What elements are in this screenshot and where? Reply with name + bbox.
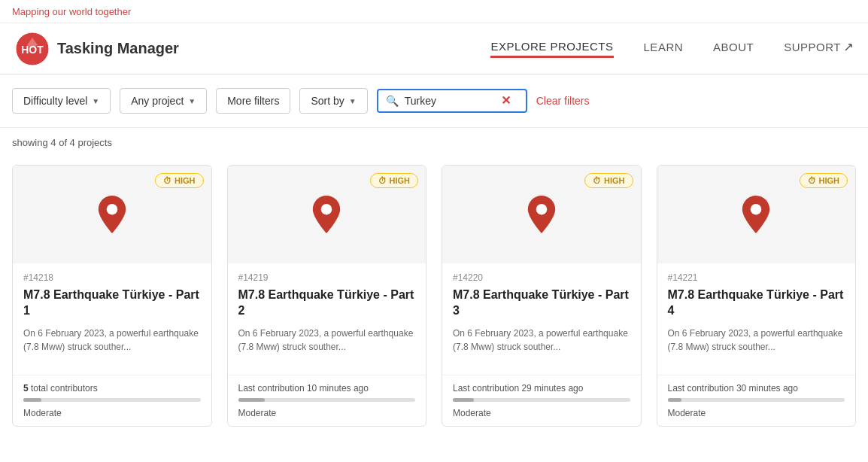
hot-logo: HOT	[15, 32, 50, 66]
navbar: HOT Tasking Manager EXPLORE PROJECTS LEA…	[0, 23, 868, 74]
priority-label: HIGH	[819, 176, 840, 185]
priority-badge: ⏱ HIGH	[370, 173, 419, 188]
banner-link[interactable]: Mapping our world together	[12, 6, 131, 17]
sort-by-label: Sort by	[311, 95, 344, 107]
progress-bar	[453, 398, 630, 402]
search-icon: 🔍	[386, 95, 399, 107]
card-footer: 5 total contributors Moderate	[13, 375, 211, 426]
card-footer: Last contribution 10 minutes ago Moderat…	[228, 375, 426, 426]
any-project-label: Any project	[131, 95, 184, 107]
card-image: ⏱ HIGH	[228, 166, 426, 263]
project-card[interactable]: ⏱ HIGH #14219 M7.8 Earthquake Türkiye - …	[227, 165, 427, 427]
nav-explore-projects[interactable]: EXPLORE PROJECTS	[490, 40, 613, 58]
project-title: M7.8 Earthquake Türkiye - Part 3	[453, 287, 630, 319]
progress-bar-fill	[453, 398, 474, 402]
search-input[interactable]	[405, 95, 495, 107]
priority-label: HIGH	[390, 176, 411, 185]
more-filters-button[interactable]: More filters	[216, 88, 290, 114]
card-body: #14218 M7.8 Earthquake Türkiye - Part 1 …	[13, 263, 211, 375]
last-contribution: Last contribution 29 minutes ago	[453, 383, 630, 394]
external-link-icon	[844, 43, 853, 52]
search-box: 🔍 ✕	[377, 89, 527, 113]
clock-icon: ⏱	[808, 176, 816, 185]
project-description: On 6 February 2023, a powerful earthquak…	[23, 327, 201, 354]
priority-label: HIGH	[175, 176, 196, 185]
nav-about[interactable]: ABOUT	[713, 41, 754, 56]
map-pin-icon	[311, 196, 341, 233]
brand: HOT Tasking Manager	[15, 32, 179, 66]
nav-learn[interactable]: LEARN	[644, 41, 684, 56]
clear-search-button[interactable]: ✕	[501, 95, 511, 107]
svg-point-6	[751, 204, 762, 215]
difficulty-label: Difficulty level	[23, 95, 87, 107]
nav-links: EXPLORE PROJECTS LEARN ABOUT SUPPORT	[490, 40, 853, 58]
project-card[interactable]: ⏱ HIGH #14220 M7.8 Earthquake Türkiye - …	[442, 165, 642, 427]
progress-bar-fill	[668, 398, 682, 402]
card-image: ⏱ HIGH	[657, 166, 856, 263]
project-description: On 6 February 2023, a powerful earthquak…	[668, 327, 845, 354]
progress-bar-fill	[23, 398, 41, 402]
card-image: ⏱ HIGH	[442, 166, 641, 263]
project-title: M7.8 Earthquake Türkiye - Part 4	[668, 287, 845, 319]
chevron-down-icon: ▼	[349, 97, 357, 105]
chevron-down-icon: ▼	[188, 97, 196, 105]
difficulty-label: Moderate	[453, 408, 630, 418]
any-project-filter[interactable]: Any project ▼	[120, 88, 207, 114]
project-description: On 6 February 2023, a powerful earthquak…	[453, 327, 630, 354]
card-body: #14219 M7.8 Earthquake Türkiye - Part 2 …	[228, 263, 426, 375]
project-card[interactable]: ⏱ HIGH #14218 M7.8 Earthquake Türkiye - …	[12, 165, 212, 427]
priority-badge: ⏱ HIGH	[800, 173, 848, 188]
last-contribution: Last contribution 30 minutes ago	[668, 383, 845, 394]
filters-bar: Difficulty level ▼ Any project ▼ More fi…	[0, 74, 868, 128]
map-pin-icon	[97, 196, 127, 233]
progress-bar-fill	[238, 398, 265, 402]
card-footer: Last contribution 30 minutes ago Moderat…	[657, 375, 856, 426]
map-pin-icon	[741, 196, 771, 233]
progress-bar	[238, 398, 416, 402]
top-banner: Mapping our world together	[0, 0, 868, 23]
priority-badge: ⏱ HIGH	[155, 173, 204, 188]
project-id: #14221	[668, 272, 845, 283]
svg-point-4	[321, 204, 332, 215]
projects-grid: ⏱ HIGH #14218 M7.8 Earthquake Türkiye - …	[0, 157, 868, 442]
priority-label: HIGH	[604, 176, 625, 185]
card-image: ⏱ HIGH	[13, 166, 211, 263]
svg-point-5	[536, 204, 547, 215]
map-pin-icon	[527, 196, 557, 233]
project-id: #14220	[453, 272, 630, 283]
svg-point-3	[106, 204, 117, 215]
brand-name: Tasking Manager	[57, 40, 179, 57]
clear-filters-button[interactable]: Clear filters	[536, 95, 590, 107]
priority-badge: ⏱ HIGH	[584, 173, 633, 188]
difficulty-label: Moderate	[668, 408, 845, 418]
results-info: showing 4 of 4 projects	[0, 128, 868, 157]
card-body: #14220 M7.8 Earthquake Türkiye - Part 3 …	[442, 263, 641, 375]
card-footer: Last contribution 29 minutes ago Moderat…	[442, 375, 641, 426]
clock-icon: ⏱	[378, 176, 387, 185]
progress-bar	[668, 398, 845, 402]
difficulty-label: Moderate	[23, 408, 201, 418]
project-title: M7.8 Earthquake Türkiye - Part 2	[238, 287, 416, 319]
project-id: #14218	[23, 272, 201, 283]
nav-support[interactable]: SUPPORT	[784, 41, 853, 56]
chevron-down-icon: ▼	[92, 97, 99, 105]
clock-icon: ⏱	[593, 176, 601, 185]
more-filters-label: More filters	[227, 95, 279, 107]
card-body: #14221 M7.8 Earthquake Türkiye - Part 4 …	[657, 263, 856, 375]
project-description: On 6 February 2023, a powerful earthquak…	[238, 327, 416, 354]
sort-by-filter[interactable]: Sort by ▼	[299, 88, 367, 114]
project-title: M7.8 Earthquake Türkiye - Part 1	[23, 287, 201, 319]
contributors-info: 5 total contributors	[23, 383, 201, 394]
progress-bar	[23, 398, 201, 402]
difficulty-label: Moderate	[238, 408, 416, 418]
results-count: showing 4 of 4 projects	[12, 137, 112, 148]
last-contribution: Last contribution 10 minutes ago	[238, 383, 416, 394]
difficulty-filter[interactable]: Difficulty level ▼	[12, 88, 111, 114]
project-card[interactable]: ⏱ HIGH #14221 M7.8 Earthquake Türkiye - …	[657, 165, 857, 427]
clock-icon: ⏱	[163, 176, 171, 185]
project-id: #14219	[238, 272, 416, 283]
